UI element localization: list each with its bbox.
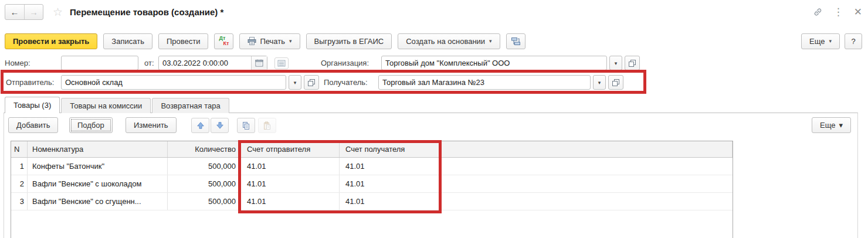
move-down-icon xyxy=(216,121,224,130)
command-bar-right: Еще▾ ? xyxy=(801,33,862,49)
receiver-input[interactable] xyxy=(378,75,591,90)
items-table: N Номенклатура Количество Счет отправите… xyxy=(11,141,733,238)
cell-sender-account[interactable]: 41.01 xyxy=(241,193,340,210)
organization-input[interactable] xyxy=(381,56,607,70)
table-row[interactable]: 3 Вафли "Венские" со сгущенн... 500,000 … xyxy=(11,193,733,210)
column-header-nomenclature[interactable]: Номенклатура xyxy=(28,141,168,157)
cell-quantity[interactable]: 500,000 xyxy=(168,175,241,192)
date-input[interactable] xyxy=(159,56,251,70)
copy-button[interactable] xyxy=(237,118,255,133)
cell-nomenclature[interactable]: Вафли "Венские" с шоколадом xyxy=(28,175,168,192)
column-header-quantity[interactable]: Количество xyxy=(168,141,241,157)
open-list-button[interactable] xyxy=(274,57,289,69)
close-button[interactable]: ✕ xyxy=(854,7,862,17)
table-row[interactable]: 2 Вафли "Венские" с шоколадом 500,000 41… xyxy=(11,175,733,193)
show-postings-button[interactable]: ДтКт xyxy=(214,33,233,49)
cell-quantity[interactable]: 500,000 xyxy=(168,193,241,210)
upload-egais-button[interactable]: Выгрузить в ЕГАИС xyxy=(306,33,392,49)
cell-row-number[interactable]: 2 xyxy=(11,175,28,192)
paste-button[interactable] xyxy=(258,118,276,133)
open-icon xyxy=(612,79,619,86)
link-icon xyxy=(813,7,823,17)
nav-button-group: ← → xyxy=(5,4,43,20)
close-icon: ✕ xyxy=(854,6,862,18)
write-button[interactable]: Записать xyxy=(103,33,152,49)
move-up-button[interactable] xyxy=(191,118,209,133)
forward-button[interactable]: → xyxy=(24,5,43,19)
sender-dropdown-button[interactable]: ▾ xyxy=(289,75,301,90)
cell-nomenclature[interactable]: Вафли "Венские" со сгущенн... xyxy=(28,193,168,210)
cell-row-number[interactable]: 1 xyxy=(11,158,28,175)
link-button[interactable] xyxy=(813,7,823,17)
cell-receiver-account[interactable]: 41.01 xyxy=(340,175,439,192)
edit-button[interactable]: Изменить xyxy=(126,117,177,133)
dropdown-caret-icon: ▾ xyxy=(489,38,492,44)
sender-open-button[interactable] xyxy=(304,75,319,90)
tab-bar: Товары (3) Товары на комиссии Возвратная… xyxy=(5,97,230,113)
more-vert-icon: ⋮ xyxy=(833,6,843,18)
date-label: от: xyxy=(144,59,154,67)
sender-label: Отправитель: xyxy=(6,78,54,87)
column-header-n[interactable]: N xyxy=(11,141,28,157)
more-actions-button[interactable]: Еще▾ xyxy=(801,33,840,49)
move-up-icon xyxy=(196,121,205,130)
calendar-button[interactable] xyxy=(251,56,267,70)
open-icon xyxy=(308,79,315,86)
date-field-group xyxy=(158,56,267,70)
organization-label: Организация: xyxy=(321,59,369,67)
add-button[interactable]: Добавить xyxy=(8,117,58,133)
column-header-receiver-account[interactable]: Счет получателя xyxy=(340,141,439,157)
organization-open-button[interactable] xyxy=(625,56,640,70)
tab-commission-goods[interactable]: Товары на комиссии xyxy=(61,98,151,113)
chevron-down-icon: ▾ xyxy=(598,80,601,86)
form-header: ← → ☆ Перемещение товаров (создание) * ⋮… xyxy=(5,4,862,20)
tab-goods[interactable]: Товары (3) xyxy=(5,97,60,113)
help-button[interactable]: ? xyxy=(845,33,862,49)
tab-returnable-packaging[interactable]: Возвратная тара xyxy=(152,98,229,113)
dropdown-caret-icon: ▾ xyxy=(289,38,292,44)
post-button[interactable]: Провести xyxy=(158,33,209,49)
cell-quantity[interactable]: 500,000 xyxy=(168,158,241,175)
related-documents-icon xyxy=(511,37,521,46)
page-title: Перемещение товаров (создание) * xyxy=(70,7,223,17)
back-button[interactable]: ← xyxy=(5,5,24,19)
table-row[interactable]: 1 Конфеты "Батончик" 500,000 41.01 41.01 xyxy=(11,158,733,175)
copy-icon xyxy=(242,121,250,130)
window-controls: ⋮ ✕ xyxy=(813,7,862,17)
pick-button[interactable]: Подбор xyxy=(69,117,113,133)
printer-icon xyxy=(247,37,256,45)
cell-sender-account[interactable]: 41.01 xyxy=(241,158,340,175)
items-more-button[interactable]: Еще▾ xyxy=(812,117,851,133)
number-input[interactable] xyxy=(61,56,138,70)
more-menu-button[interactable]: ⋮ xyxy=(833,7,843,17)
table-header-row: N Номенклатура Количество Счет отправите… xyxy=(11,141,733,158)
dropdown-caret-icon: ▾ xyxy=(829,38,832,44)
related-documents-button[interactable] xyxy=(506,33,525,49)
sender-input[interactable] xyxy=(61,75,286,90)
receiver-dropdown-button[interactable]: ▾ xyxy=(593,75,606,90)
cell-row-number[interactable]: 3 xyxy=(11,193,28,210)
cell-receiver-account[interactable]: 41.01 xyxy=(340,158,439,175)
command-bar: Провести и закрыть Записать Провести ДтК… xyxy=(5,33,862,49)
cell-sender-account[interactable]: 41.01 xyxy=(241,175,340,192)
move-down-button[interactable] xyxy=(211,118,229,133)
paste-icon xyxy=(263,121,272,130)
forward-arrow-icon: → xyxy=(29,7,38,17)
print-button[interactable]: Печать▾ xyxy=(239,33,300,49)
receiver-open-button[interactable] xyxy=(608,75,623,90)
cell-filler xyxy=(439,158,733,175)
dropdown-caret-icon: ▾ xyxy=(839,121,843,130)
column-header-sender-account[interactable]: Счет отправителя xyxy=(241,141,340,157)
cell-receiver-account[interactable]: 41.01 xyxy=(340,193,439,210)
organization-dropdown-button[interactable]: ▾ xyxy=(609,56,622,70)
post-and-close-button[interactable]: Провести и закрыть xyxy=(5,33,97,49)
create-based-on-button[interactable]: Создать на основании▾ xyxy=(398,33,500,49)
open-icon xyxy=(629,60,636,67)
document-form-window: ← → ☆ Перемещение товаров (создание) * ⋮… xyxy=(0,0,868,238)
list-icon xyxy=(277,60,286,67)
calendar-icon xyxy=(255,59,263,67)
chevron-down-icon: ▾ xyxy=(294,80,297,86)
cell-nomenclature[interactable]: Конфеты "Батончик" xyxy=(28,158,168,175)
favorite-star-icon[interactable]: ☆ xyxy=(53,6,63,18)
receiver-label: Получатель: xyxy=(324,78,368,87)
